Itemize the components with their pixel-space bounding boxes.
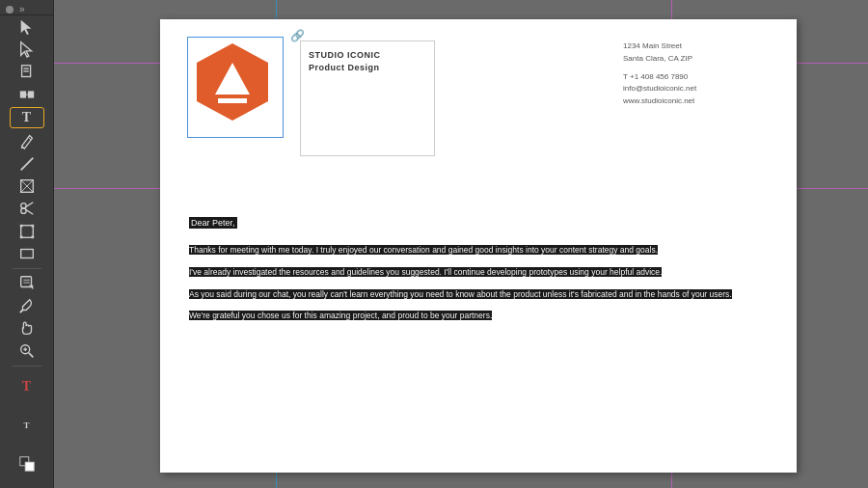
address-email: info@studioiconic.net <box>623 83 768 95</box>
type-style-tool[interactable]: T <box>10 369 44 404</box>
svg-point-14 <box>20 208 25 213</box>
logo-container[interactable] <box>189 39 285 135</box>
type-style-icon: T <box>22 379 31 394</box>
svg-rect-20 <box>19 235 22 238</box>
studio-tagline: Product Design <box>309 62 426 74</box>
svg-line-16 <box>25 210 33 215</box>
svg-line-29 <box>28 353 33 358</box>
bottom-tools: T T <box>10 368 44 488</box>
close-icon[interactable] <box>6 6 14 14</box>
studio-info-text: STUDIO ICONIC Product Design <box>301 41 434 81</box>
svg-line-9 <box>20 157 33 170</box>
expand-icon[interactable]: » <box>19 4 25 14</box>
pencil-tool[interactable] <box>10 130 44 150</box>
svg-marker-0 <box>20 20 31 35</box>
logo-hexagon <box>189 39 276 125</box>
letter-para-4-wrap: We're grateful you chose us for this ama… <box>189 310 768 322</box>
note-tool[interactable] <box>10 273 44 293</box>
eyedropper-tool[interactable] <box>10 295 44 315</box>
svg-point-13 <box>20 203 25 208</box>
svg-rect-5 <box>19 92 25 98</box>
letter-para-2-wrap: I've already investigated the resources … <box>189 266 768 279</box>
svg-rect-4 <box>23 70 28 71</box>
address-website: www.studioiconic.net <box>623 95 768 108</box>
svg-rect-6 <box>27 92 33 98</box>
page-tool[interactable] <box>10 62 44 82</box>
svg-rect-17 <box>20 226 33 238</box>
letter-salutation: Dear Peter, <box>189 217 237 229</box>
transform-tool[interactable] <box>10 221 44 241</box>
svg-rect-36 <box>218 98 247 103</box>
doc-body: Dear Peter, Thanks for meeting with me t… <box>189 212 768 332</box>
color-boxes-tool[interactable] <box>10 447 44 481</box>
toolbar-divider-2 <box>13 366 41 366</box>
rectangle-tool[interactable] <box>10 244 44 264</box>
direct-selection-tool[interactable] <box>10 40 44 60</box>
type-tool[interactable]: T <box>10 107 44 128</box>
address-city: Santa Clara, CA ZIP <box>623 53 768 66</box>
letter-para-3: As you said during our chat, you really … <box>189 289 732 299</box>
selection-tool[interactable] <box>10 16 44 37</box>
address-street: 1234 Main Street <box>623 41 768 53</box>
hand-tool[interactable] <box>10 318 44 339</box>
letter-para-4: We're grateful you chose us for this ama… <box>189 311 492 320</box>
doc-header: 🔗 STUDIO ICONIC Product Design <box>189 39 768 188</box>
toolbar: » T <box>0 0 54 488</box>
address-info: 1234 Main Street Santa Clara, CA ZIP T +… <box>623 41 768 108</box>
letter-para-1-wrap: Thanks for meeting with me today. I trul… <box>189 244 768 257</box>
document-page: 🔗 STUDIO ICONIC Product Design <box>160 19 797 473</box>
line-tool[interactable] <box>10 153 44 174</box>
svg-rect-22 <box>20 250 33 258</box>
svg-line-15 <box>25 203 33 207</box>
svg-marker-1 <box>20 42 31 57</box>
address-phone: T +1 408 456 7890 <box>623 71 768 84</box>
letter-para-1: Thanks for meeting with me today. I trul… <box>189 245 658 255</box>
zoom-tool[interactable] <box>10 340 44 361</box>
svg-rect-19 <box>31 225 34 228</box>
letter-para-3-wrap: As you said during our chat, you really … <box>189 288 768 301</box>
canvas-area: 🔗 STUDIO ICONIC Product Design <box>54 0 868 488</box>
scissors-tool[interactable] <box>10 199 44 219</box>
gap-tool[interactable] <box>10 85 44 105</box>
toolbar-divider-1 <box>13 268 41 269</box>
svg-rect-33 <box>25 462 34 471</box>
svg-rect-21 <box>31 235 34 238</box>
type-tool-icon: T <box>22 110 31 125</box>
studio-name: STUDIO ICONIC <box>309 49 426 62</box>
toolbar-top-bar: » <box>0 4 53 15</box>
svg-line-27 <box>19 310 22 312</box>
type-small-tool[interactable]: T <box>10 408 44 443</box>
letter-para-2: I've already investigated the resources … <box>189 267 662 277</box>
frame-tool[interactable] <box>10 176 44 196</box>
type-small-icon: T <box>23 420 29 430</box>
letter-salutation-wrap: Dear Peter, <box>189 212 768 236</box>
studio-info-box: STUDIO ICONIC Product Design <box>300 41 435 156</box>
svg-rect-3 <box>23 68 28 68</box>
svg-rect-18 <box>19 225 22 228</box>
